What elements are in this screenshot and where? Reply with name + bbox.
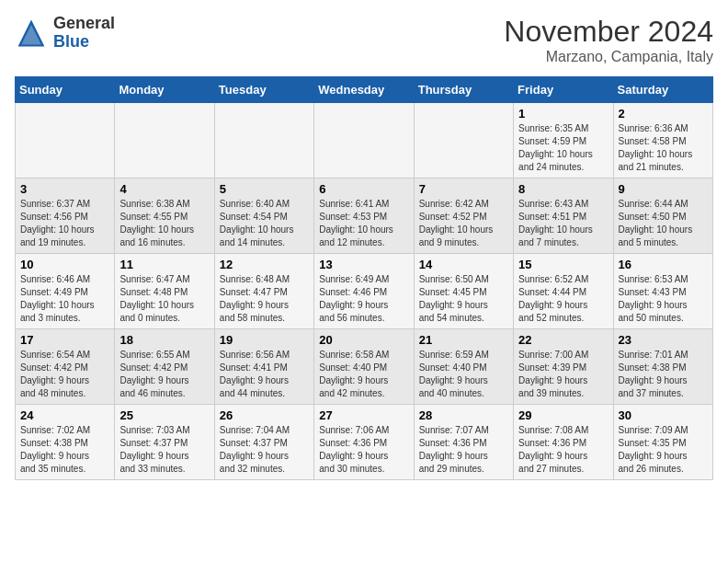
weekday-header-tuesday: Tuesday (214, 77, 313, 103)
day-info: Sunrise: 6:40 AM Sunset: 4:54 PM Dayligh… (220, 198, 309, 249)
day-cell: 1Sunrise: 6:35 AM Sunset: 4:59 PM Daylig… (514, 103, 613, 178)
day-cell (115, 103, 214, 178)
day-cell: 12Sunrise: 6:48 AM Sunset: 4:47 PM Dayli… (214, 254, 313, 329)
logo: General Blue (15, 15, 115, 52)
weekday-header-friday: Friday (514, 77, 613, 103)
weekday-header-thursday: Thursday (414, 77, 513, 103)
calendar-table: SundayMondayTuesdayWednesdayThursdayFrid… (15, 76, 713, 480)
day-info: Sunrise: 6:58 AM Sunset: 4:40 PM Dayligh… (319, 349, 408, 400)
logo-icon (15, 17, 48, 50)
week-row-2: 3Sunrise: 6:37 AM Sunset: 4:56 PM Daylig… (16, 178, 713, 254)
day-number: 5 (220, 182, 309, 196)
day-info: Sunrise: 6:48 AM Sunset: 4:47 PM Dayligh… (220, 273, 309, 325)
day-cell (414, 103, 513, 178)
day-info: Sunrise: 7:09 AM Sunset: 4:35 PM Dayligh… (619, 424, 708, 476)
day-number: 30 (619, 408, 708, 422)
logo-text: General Blue (53, 15, 115, 52)
day-cell: 30Sunrise: 7:09 AM Sunset: 4:35 PM Dayli… (613, 405, 712, 480)
day-number: 6 (319, 182, 408, 196)
day-number: 7 (419, 182, 508, 196)
day-cell: 14Sunrise: 6:50 AM Sunset: 4:45 PM Dayli… (414, 254, 513, 329)
day-cell: 29Sunrise: 7:08 AM Sunset: 4:36 PM Dayli… (514, 405, 613, 480)
day-cell: 24Sunrise: 7:02 AM Sunset: 4:38 PM Dayli… (16, 405, 115, 480)
day-info: Sunrise: 6:49 AM Sunset: 4:46 PM Dayligh… (319, 273, 408, 325)
day-number: 1 (518, 107, 608, 121)
day-cell: 2Sunrise: 6:36 AM Sunset: 4:58 PM Daylig… (613, 103, 712, 178)
day-number: 22 (518, 333, 608, 347)
day-cell: 22Sunrise: 7:00 AM Sunset: 4:39 PM Dayli… (514, 329, 613, 405)
weekday-header-sunday: Sunday (16, 77, 115, 103)
day-info: Sunrise: 6:55 AM Sunset: 4:42 PM Dayligh… (119, 349, 209, 400)
day-cell: 23Sunrise: 7:01 AM Sunset: 4:38 PM Dayli… (613, 329, 712, 405)
page-header: General Blue November 2024 Marzano, Camp… (15, 15, 713, 65)
day-number: 12 (220, 258, 309, 271)
location-subtitle: Marzano, Campania, Italy (504, 49, 713, 65)
day-number: 14 (419, 258, 508, 271)
day-number: 8 (518, 182, 608, 196)
day-number: 19 (220, 333, 309, 347)
day-info: Sunrise: 6:35 AM Sunset: 4:59 PM Dayligh… (518, 122, 608, 174)
day-info: Sunrise: 7:08 AM Sunset: 4:36 PM Dayligh… (518, 424, 608, 476)
day-cell: 19Sunrise: 6:56 AM Sunset: 4:41 PM Dayli… (214, 329, 313, 405)
day-info: Sunrise: 7:04 AM Sunset: 4:37 PM Dayligh… (220, 424, 309, 476)
day-cell: 9Sunrise: 6:44 AM Sunset: 4:50 PM Daylig… (613, 178, 712, 254)
day-number: 20 (319, 333, 408, 347)
week-row-5: 24Sunrise: 7:02 AM Sunset: 4:38 PM Dayli… (16, 405, 713, 480)
logo-general: General (53, 14, 115, 32)
day-info: Sunrise: 7:00 AM Sunset: 4:39 PM Dayligh… (518, 349, 608, 400)
day-info: Sunrise: 7:06 AM Sunset: 4:36 PM Dayligh… (319, 424, 408, 476)
day-cell: 11Sunrise: 6:47 AM Sunset: 4:48 PM Dayli… (115, 254, 214, 329)
day-info: Sunrise: 6:53 AM Sunset: 4:43 PM Dayligh… (619, 273, 708, 325)
day-number: 2 (619, 107, 708, 121)
day-cell: 4Sunrise: 6:38 AM Sunset: 4:55 PM Daylig… (115, 178, 214, 254)
day-cell: 20Sunrise: 6:58 AM Sunset: 4:40 PM Dayli… (314, 329, 414, 405)
day-number: 13 (319, 258, 408, 271)
day-cell: 5Sunrise: 6:40 AM Sunset: 4:54 PM Daylig… (214, 178, 313, 254)
day-cell: 7Sunrise: 6:42 AM Sunset: 4:52 PM Daylig… (414, 178, 513, 254)
day-cell: 25Sunrise: 7:03 AM Sunset: 4:37 PM Dayli… (115, 405, 214, 480)
day-cell: 15Sunrise: 6:52 AM Sunset: 4:44 PM Dayli… (514, 254, 613, 329)
day-info: Sunrise: 6:54 AM Sunset: 4:42 PM Dayligh… (20, 349, 109, 400)
day-cell: 13Sunrise: 6:49 AM Sunset: 4:46 PM Dayli… (314, 254, 414, 329)
day-number: 24 (20, 408, 109, 422)
day-number: 26 (220, 408, 309, 422)
title-area: November 2024 Marzano, Campania, Italy (504, 15, 713, 65)
day-cell: 6Sunrise: 6:41 AM Sunset: 4:53 PM Daylig… (314, 178, 414, 254)
day-number: 28 (419, 408, 508, 422)
day-info: Sunrise: 6:37 AM Sunset: 4:56 PM Dayligh… (20, 198, 109, 249)
day-info: Sunrise: 6:50 AM Sunset: 4:45 PM Dayligh… (419, 273, 508, 325)
week-row-4: 17Sunrise: 6:54 AM Sunset: 4:42 PM Dayli… (16, 329, 713, 405)
day-info: Sunrise: 6:44 AM Sunset: 4:50 PM Dayligh… (619, 198, 708, 249)
week-row-1: 1Sunrise: 6:35 AM Sunset: 4:59 PM Daylig… (16, 103, 713, 178)
day-info: Sunrise: 7:02 AM Sunset: 4:38 PM Dayligh… (20, 424, 109, 476)
day-number: 17 (20, 333, 109, 347)
day-cell: 17Sunrise: 6:54 AM Sunset: 4:42 PM Dayli… (16, 329, 115, 405)
day-cell: 10Sunrise: 6:46 AM Sunset: 4:49 PM Dayli… (16, 254, 115, 329)
day-info: Sunrise: 7:01 AM Sunset: 4:38 PM Dayligh… (619, 349, 708, 400)
day-cell (314, 103, 414, 178)
day-cell (16, 103, 115, 178)
day-number: 9 (619, 182, 708, 196)
day-number: 25 (119, 408, 209, 422)
day-cell: 8Sunrise: 6:43 AM Sunset: 4:51 PM Daylig… (514, 178, 613, 254)
day-number: 11 (119, 258, 209, 271)
day-info: Sunrise: 6:36 AM Sunset: 4:58 PM Dayligh… (619, 122, 708, 174)
weekday-header-monday: Monday (115, 77, 214, 103)
day-info: Sunrise: 6:47 AM Sunset: 4:48 PM Dayligh… (119, 273, 209, 325)
day-cell: 18Sunrise: 6:55 AM Sunset: 4:42 PM Dayli… (115, 329, 214, 405)
day-cell: 28Sunrise: 7:07 AM Sunset: 4:36 PM Dayli… (414, 405, 513, 480)
day-cell (214, 103, 313, 178)
day-info: Sunrise: 6:41 AM Sunset: 4:53 PM Dayligh… (319, 198, 408, 249)
day-cell: 16Sunrise: 6:53 AM Sunset: 4:43 PM Dayli… (613, 254, 712, 329)
day-number: 27 (319, 408, 408, 422)
day-info: Sunrise: 6:56 AM Sunset: 4:41 PM Dayligh… (220, 349, 309, 400)
day-info: Sunrise: 6:42 AM Sunset: 4:52 PM Dayligh… (419, 198, 508, 249)
day-info: Sunrise: 6:38 AM Sunset: 4:55 PM Dayligh… (119, 198, 209, 249)
weekday-header-saturday: Saturday (613, 77, 712, 103)
weekday-header-row: SundayMondayTuesdayWednesdayThursdayFrid… (16, 77, 713, 103)
day-number: 18 (119, 333, 209, 347)
day-number: 15 (518, 258, 608, 271)
day-number: 16 (619, 258, 708, 271)
day-number: 10 (20, 258, 109, 271)
day-info: Sunrise: 6:43 AM Sunset: 4:51 PM Dayligh… (518, 198, 608, 249)
